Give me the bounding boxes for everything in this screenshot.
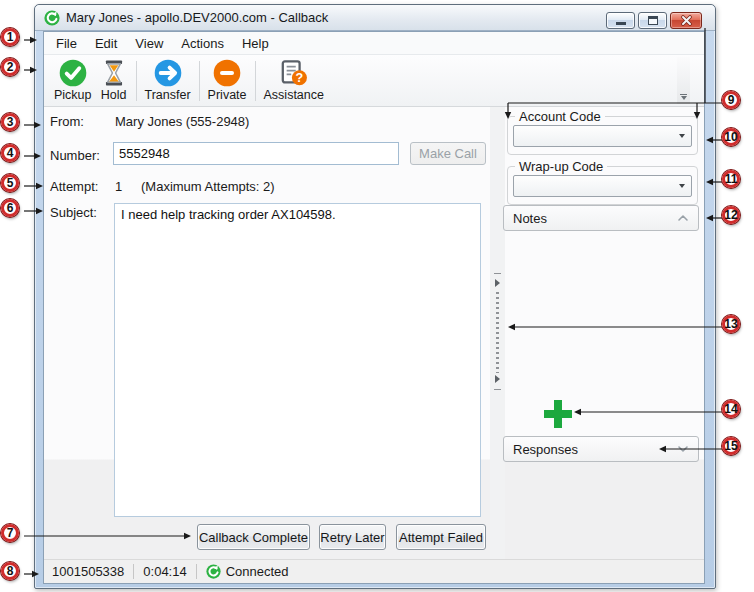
hold-label: Hold	[101, 88, 127, 102]
minimize-icon	[616, 22, 626, 25]
notes-label: Notes	[513, 211, 547, 226]
callout-4: 4	[1, 144, 19, 162]
wrap-up-code-select[interactable]	[513, 175, 692, 197]
toolbar-overflow-button[interactable]	[677, 57, 690, 104]
callout-12: 12	[722, 206, 740, 224]
window-frame: File Edit View Actions Help Pickup	[35, 31, 715, 588]
pickup-label: Pickup	[54, 88, 92, 102]
pickup-check-icon	[59, 59, 87, 87]
menu-item-help[interactable]: Help	[233, 33, 278, 54]
number-input[interactable]	[113, 142, 399, 165]
transfer-button[interactable]: Transfer	[141, 57, 195, 105]
private-label: Private	[208, 88, 247, 102]
callout-15: 15	[722, 437, 740, 455]
callout-6: 6	[1, 199, 19, 217]
close-button[interactable]	[670, 12, 702, 29]
wrap-up-code-group: Wrap-up Code	[507, 159, 698, 205]
subject-label: Subject:	[50, 205, 97, 220]
account-code-select[interactable]	[513, 125, 692, 147]
window-controls	[606, 12, 702, 29]
account-code-group: Account Code	[507, 109, 698, 155]
pickup-button[interactable]: Pickup	[50, 57, 96, 105]
account-code-label: Account Code	[515, 109, 605, 124]
assistance-label: Assistance	[264, 88, 324, 102]
toolbar-separator	[255, 61, 256, 101]
page: { "window": { "title": "Mary Jones - apo…	[0, 0, 754, 592]
splitter-grip[interactable]	[496, 292, 499, 373]
notes-expander[interactable]: Notes	[503, 205, 699, 231]
menu-item-edit[interactable]: Edit	[86, 33, 126, 54]
from-value: Mary Jones (555-2948)	[115, 114, 249, 129]
client-area: File Edit View Actions Help Pickup	[43, 31, 705, 584]
callout-1: 1	[1, 28, 19, 46]
wrap-up-code-label: Wrap-up Code	[515, 159, 607, 174]
callback-complete-button[interactable]: Callback Complete	[197, 524, 310, 550]
toolbar-separator	[199, 61, 200, 101]
subject-textarea[interactable]: I need help tracking order AX104598.	[114, 203, 481, 517]
toolbar: Pickup Hold	[44, 54, 704, 107]
collapse-right-icon[interactable]	[495, 279, 500, 287]
transfer-arrow-icon	[154, 59, 182, 87]
responses-label: Responses	[513, 442, 578, 457]
status-separator	[196, 564, 197, 579]
close-icon	[680, 15, 693, 26]
transfer-label: Transfer	[145, 88, 191, 102]
connected-icon	[206, 564, 221, 579]
menu-item-view[interactable]: View	[126, 33, 172, 54]
hold-button[interactable]: Hold	[96, 57, 132, 105]
from-label: From:	[50, 114, 84, 129]
call-duration: 0:04:14	[143, 564, 186, 579]
connection-status: Connected	[226, 564, 289, 579]
retry-later-button[interactable]: Retry Later	[319, 524, 386, 550]
chevron-down-icon	[677, 445, 689, 453]
private-minus-icon	[213, 59, 241, 87]
callout-3: 3	[1, 113, 19, 131]
attempt-failed-button[interactable]: Attempt Failed	[396, 524, 486, 550]
toolbar-separator	[136, 61, 137, 101]
minimize-button[interactable]	[606, 12, 635, 29]
menu-item-file[interactable]: File	[47, 33, 86, 54]
app-icon	[44, 10, 60, 26]
attempt-label: Attempt:	[50, 179, 98, 194]
maximize-icon	[648, 16, 658, 25]
callout-10: 10	[722, 128, 740, 146]
chevron-down-icon	[680, 94, 687, 100]
window-title: Mary Jones - apollo.DEV2000.com - Callba…	[66, 10, 328, 25]
status-bar: 1001505338 0:04:14 Connected	[44, 559, 704, 583]
callout-13: 13	[722, 315, 740, 333]
callback-window: Mary Jones - apollo.DEV2000.com - Callba…	[34, 4, 716, 589]
callout-5: 5	[1, 174, 19, 192]
status-separator	[133, 564, 134, 579]
attempt-value: 1	[115, 179, 122, 194]
maximize-button[interactable]	[638, 12, 667, 29]
title-bar[interactable]: Mary Jones - apollo.DEV2000.com - Callba…	[35, 5, 715, 31]
splitter-tick	[494, 273, 501, 274]
add-response-button[interactable]	[544, 400, 572, 428]
hold-hourglass-icon	[100, 59, 128, 87]
callout-11: 11	[722, 170, 740, 188]
vertical-splitter[interactable]	[490, 107, 505, 559]
svg-text:?: ?	[295, 71, 303, 85]
menu-bar: File Edit View Actions Help	[44, 32, 704, 54]
dropdown-arrow-icon	[679, 184, 685, 188]
dropdown-arrow-icon	[679, 134, 685, 138]
private-button[interactable]: Private	[204, 57, 251, 105]
menu-item-actions[interactable]: Actions	[172, 33, 233, 54]
number-label: Number:	[50, 148, 100, 163]
make-call-button[interactable]: Make Call	[410, 142, 486, 165]
responses-expander[interactable]: Responses	[503, 436, 699, 462]
collapse-right-icon[interactable]	[495, 375, 500, 383]
splitter-tick	[494, 389, 501, 390]
call-id: 1001505338	[52, 564, 124, 579]
callout-9: 9	[722, 91, 740, 109]
callout-8: 8	[1, 562, 19, 580]
callout-7: 7	[1, 524, 19, 542]
assistance-question-icon: ?	[280, 59, 308, 87]
callout-2: 2	[1, 58, 19, 76]
callout-14: 14	[722, 400, 740, 418]
assistance-button[interactable]: ? Assistance	[260, 57, 328, 105]
main-area: From: Mary Jones (555-2948) Number: Make…	[44, 107, 704, 559]
attempt-max-label: (Maximum Attempts: 2)	[141, 179, 275, 194]
chevron-up-icon	[677, 214, 689, 222]
